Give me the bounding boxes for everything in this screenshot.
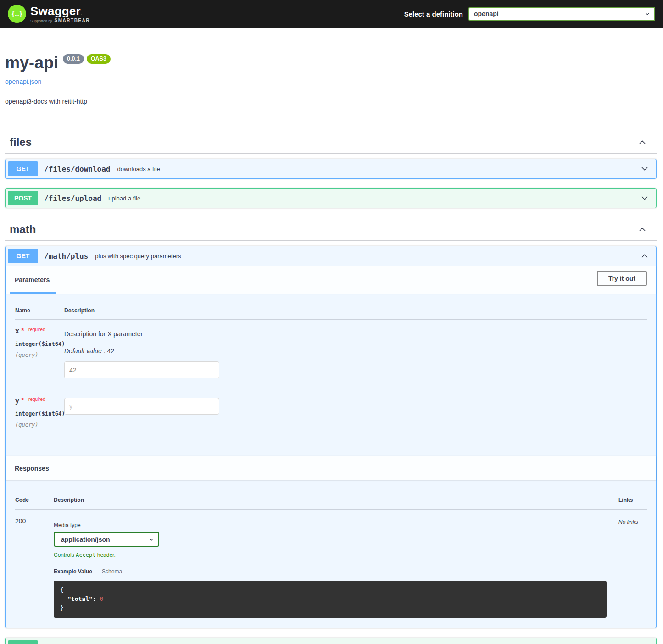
chevron-down-icon[interactable] bbox=[640, 643, 650, 644]
responses-title: Responses bbox=[15, 465, 49, 472]
supported-by-label: Supported by bbox=[30, 19, 52, 23]
required-label: required bbox=[28, 327, 45, 332]
opblock-summary-math-plus-post[interactable]: POST /math/plus plus with spec body para… bbox=[6, 638, 656, 644]
param-name-header: Name bbox=[15, 307, 64, 314]
op-summary-description: downloads a file bbox=[117, 166, 160, 172]
param-input-y[interactable] bbox=[64, 398, 219, 415]
tab-example-value[interactable]: Example Value bbox=[54, 568, 92, 575]
parameters-header: Parameters Try it out bbox=[6, 266, 656, 294]
param-description-x: Description for X parameter bbox=[64, 330, 647, 338]
param-type: integer($int64) bbox=[15, 411, 64, 417]
brand-name: Swagger bbox=[30, 4, 81, 18]
page-title: my-api bbox=[5, 53, 58, 72]
param-name-x: x bbox=[15, 327, 19, 335]
response-row-200: 200 Media type application/json bbox=[15, 510, 647, 618]
brand-trademark: . bbox=[81, 11, 82, 16]
op-path: /files/upload bbox=[44, 194, 101, 203]
api-description: openapi3-docs with reitit-http bbox=[5, 98, 657, 105]
chevron-up-icon[interactable] bbox=[637, 137, 647, 147]
tab-parameters[interactable]: Parameters bbox=[15, 273, 50, 283]
media-type-label: Media type bbox=[54, 522, 618, 528]
default-value-label: Default value bbox=[64, 347, 102, 355]
method-badge-post: POST bbox=[8, 191, 38, 205]
version-badge: 0.0.1 bbox=[63, 54, 84, 64]
required-star: * bbox=[21, 397, 24, 405]
required-star: * bbox=[21, 327, 24, 335]
op-summary-description: upload a file bbox=[108, 195, 140, 202]
response-code: 200 bbox=[15, 517, 54, 618]
chevron-down-icon[interactable] bbox=[640, 193, 650, 203]
method-badge-get: GET bbox=[8, 249, 38, 263]
select-definition-label: Select a definition bbox=[404, 10, 463, 18]
parameters-table: Name Description x * required integer($i… bbox=[6, 294, 656, 456]
tag-title-files: files bbox=[10, 136, 32, 149]
media-type-select-wrap: application/json bbox=[54, 532, 159, 547]
tab-schema[interactable]: Schema bbox=[102, 568, 122, 575]
opblock-summary-files-download[interactable]: GET /files/download downloads a file bbox=[6, 159, 656, 178]
opblock-get-files-download: GET /files/download downloads a file bbox=[5, 159, 657, 179]
code-header: Code bbox=[15, 497, 54, 503]
definition-select-wrap: openapi bbox=[468, 7, 655, 21]
code-key-total: "total": bbox=[67, 595, 96, 602]
opblock-post-files-upload: POST /files/upload upload a file bbox=[5, 188, 657, 208]
param-location: (query) bbox=[15, 422, 64, 428]
definition-select[interactable]: openapi bbox=[468, 7, 655, 21]
param-name-y: y bbox=[15, 397, 19, 405]
api-info: my-api 0.0.1 OAS3 openapi.json openapi3-… bbox=[5, 53, 657, 105]
param-row-x: x * required integer($int64) (query) Des… bbox=[15, 320, 647, 378]
smartbear-label: SMARTBEAR bbox=[55, 18, 90, 23]
media-type-select[interactable]: application/json bbox=[54, 532, 159, 547]
code-open-brace: { bbox=[60, 585, 600, 594]
opblock-post-math-plus: POST /math/plus plus with spec body para… bbox=[5, 638, 657, 644]
accept-code: Accept bbox=[76, 552, 95, 558]
default-value-separator: : bbox=[104, 347, 106, 355]
code-number-value: 0 bbox=[100, 595, 103, 602]
tab-separator bbox=[97, 568, 97, 575]
opblock-get-math-plus: GET /math/plus plus with spec query para… bbox=[5, 246, 657, 628]
oas3-badge: OAS3 bbox=[87, 54, 111, 64]
example-value-code-block: { "total": 0 } bbox=[54, 581, 607, 618]
default-value: 42 bbox=[107, 347, 115, 355]
op-path: /files/download bbox=[44, 165, 111, 173]
responses-header: Responses bbox=[6, 456, 656, 480]
op-path: /math/plus bbox=[44, 252, 88, 261]
code-close-brace: } bbox=[60, 603, 600, 612]
param-description-header: Description bbox=[64, 307, 647, 314]
svg-text:{…}: {…} bbox=[11, 10, 22, 17]
tag-header-math[interactable]: math bbox=[5, 218, 657, 241]
tag-header-files[interactable]: files bbox=[5, 131, 657, 154]
param-type: integer($int64) bbox=[15, 341, 64, 347]
swagger-logo-icon: {…} bbox=[8, 5, 26, 23]
parameters-tab-underline bbox=[10, 292, 56, 294]
chevron-up-icon[interactable] bbox=[640, 251, 650, 261]
op-summary-description: plus with spec query parameters bbox=[95, 253, 181, 260]
topbar: {…} Swagger. Supported by SMARTBEAR Sele… bbox=[0, 0, 663, 28]
links-header: Links bbox=[618, 497, 647, 503]
chevron-up-icon[interactable] bbox=[637, 224, 647, 234]
responses-table: Code Description Links 200 Media type ap… bbox=[6, 480, 656, 628]
swagger-brand: {…} Swagger. Supported by SMARTBEAR bbox=[8, 5, 90, 23]
spec-link[interactable]: openapi.json bbox=[5, 78, 41, 85]
try-it-out-button[interactable]: Try it out bbox=[597, 271, 647, 286]
tag-title-math: math bbox=[10, 223, 36, 236]
chevron-down-icon[interactable] bbox=[640, 164, 650, 174]
param-input-x[interactable] bbox=[64, 361, 219, 378]
opblock-summary-math-plus-get[interactable]: GET /math/plus plus with spec query para… bbox=[6, 246, 656, 266]
param-location: (query) bbox=[15, 352, 64, 358]
accept-header-note: Controls Accept header. bbox=[54, 552, 618, 558]
method-badge-post: POST bbox=[8, 640, 38, 644]
method-badge-get: GET bbox=[8, 161, 38, 176]
opblock-body: Parameters Try it out Name Description x… bbox=[6, 266, 656, 628]
opblock-summary-files-upload[interactable]: POST /files/upload upload a file bbox=[6, 189, 656, 208]
param-row-y: y * required integer($int64) (query) bbox=[15, 389, 647, 428]
required-label: required bbox=[28, 397, 45, 402]
response-description-header: Description bbox=[54, 497, 618, 503]
no-links-label: No links bbox=[618, 517, 647, 618]
